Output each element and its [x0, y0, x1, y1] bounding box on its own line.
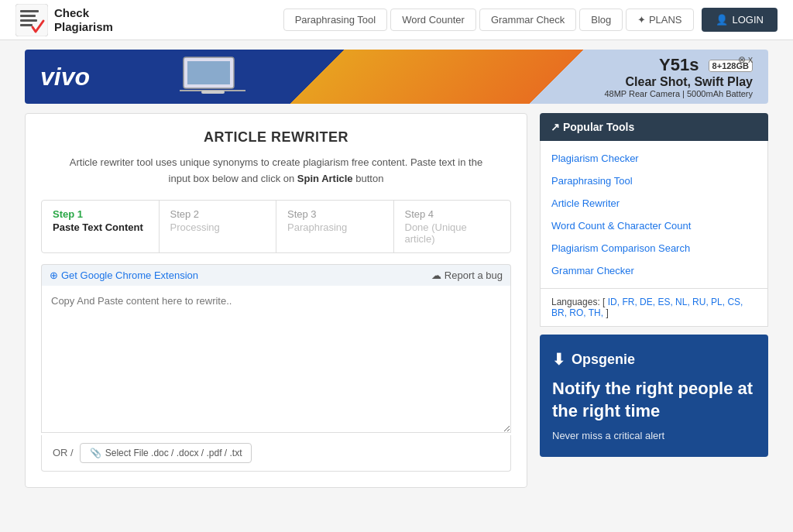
ad-model: Y51s 8+128GB — [604, 55, 753, 75]
step-3: Step 3 Paraphrasing — [276, 201, 394, 252]
logo[interactable]: Check Plagiarism — [15, 4, 113, 36]
report-bug-link[interactable]: ☁ Report a bug — [431, 269, 503, 281]
article-title: ARTICLE REWRITER — [41, 129, 511, 146]
svg-rect-2 — [20, 15, 36, 17]
tool-article-rewriter[interactable]: Article Rewriter — [541, 192, 767, 215]
down-arrow-icon: ⬇ — [552, 350, 565, 369]
ad-laptop-image — [180, 53, 245, 96]
steps-container: Step 1 Paste Text Content Step 2 Process… — [41, 200, 511, 253]
nav-links: Paraphrasing Tool Word Counter Grammar C… — [283, 8, 778, 32]
spin-article-text: Spin Article — [297, 173, 353, 184]
opsgenie-name: Opsgenie — [572, 352, 635, 368]
left-panel: ARTICLE REWRITER Article rewriter tool u… — [25, 113, 527, 488]
article-textarea[interactable] — [41, 286, 511, 433]
popular-tools-list: Plagiarism Checker Paraphrasing Tool Art… — [540, 141, 768, 289]
popular-tools-header: ↗ Popular Tools — [540, 113, 768, 141]
step-2: Step 2 Processing — [160, 201, 277, 252]
step-4-num: Step 4 — [405, 208, 500, 220]
tool-paraphrasing[interactable]: Paraphrasing Tool — [541, 170, 767, 192]
nav-grammar-check[interactable]: Grammar Check — [479, 9, 576, 31]
nav-blog[interactable]: Blog — [579, 9, 623, 31]
opsgenie-logo: ⬇ Opsgenie — [552, 350, 756, 369]
header: Check Plagiarism Paraphrasing Tool Word … — [0, 0, 793, 40]
file-select-button[interactable]: 📎 Select File .doc / .docx / .pdf / .txt — [80, 443, 252, 463]
ad-vivo-logo: vivo — [40, 63, 90, 91]
step-1-label: Paste Text Content — [53, 221, 148, 233]
logo-text: Check Plagiarism — [54, 6, 113, 34]
svg-rect-3 — [20, 19, 37, 22]
ad-headline: Notify the right people at the right tim… — [552, 378, 756, 422]
step-2-num: Step 2 — [170, 208, 266, 220]
ad-subtext-sidebar: Never miss a critical alert — [552, 430, 756, 441]
login-button[interactable]: 👤 LOGIN — [702, 8, 778, 32]
step-3-label: Paraphrasing — [287, 221, 383, 233]
sidebar-ad-box: ⬇ Opsgenie Notify the right people at th… — [540, 335, 768, 457]
logo-icon — [15, 4, 48, 36]
svg-rect-8 — [201, 91, 225, 94]
ad-close-button[interactable]: ⊗ x — [738, 54, 753, 65]
ad-tagline: Clear Shot, Swift Play — [604, 75, 753, 89]
right-panel: ↗ Popular Tools Plagiarism Checker Parap… — [540, 113, 768, 488]
main-container: ARTICLE REWRITER Article rewriter tool u… — [17, 113, 776, 488]
ad-banner: vivo Y51s 8+128GB Clear Shot, Swift Play… — [25, 50, 768, 104]
chrome-extension-link[interactable]: ⊕ Get Google Chrome Extension — [50, 269, 198, 281]
ad-subtext: 48MP Rear Camera | 5000mAh Battery — [604, 89, 753, 98]
or-label: OR / — [53, 447, 74, 458]
article-description: Article rewriter tool uses unique synony… — [41, 155, 511, 187]
ad-text-right: Y51s 8+128GB Clear Shot, Swift Play 48MP… — [604, 55, 753, 98]
step-1: Step 1 Paste Text Content — [42, 201, 160, 252]
nav-word-counter[interactable]: Word Counter — [390, 9, 476, 31]
nav-plans[interactable]: ✦ PLANS — [626, 9, 693, 31]
tool-plagiarism-comparison[interactable]: Plagiarism Comparison Search — [541, 237, 767, 259]
person-icon: 👤 — [716, 14, 728, 26]
editor-toolbar: ⊕ Get Google Chrome Extension ☁ Report a… — [41, 264, 511, 286]
step-2-label: Processing — [170, 221, 266, 233]
tool-word-count[interactable]: Word Count & Character Count — [541, 215, 767, 237]
file-section: OR / 📎 Select File .doc / .docx / .pdf /… — [41, 435, 511, 472]
paperclip-icon: 📎 — [90, 448, 101, 458]
nav-paraphrasing[interactable]: Paraphrasing Tool — [283, 9, 388, 31]
tool-plagiarism-checker[interactable]: Plagiarism Checker — [541, 147, 767, 170]
svg-rect-6 — [187, 61, 230, 84]
step-4: Step 4 Done (Unique article) — [394, 201, 511, 252]
svg-rect-1 — [20, 10, 39, 12]
languages-section: Languages: [ ID, FR, DE, ES, NL, RU, PL,… — [540, 289, 768, 327]
tool-grammar-checker[interactable]: Grammar Checker — [541, 259, 767, 282]
step-3-num: Step 3 — [287, 208, 383, 220]
step-4-label: Done (Unique article) — [405, 221, 500, 245]
step-1-num: Step 1 — [53, 208, 148, 220]
svg-rect-4 — [20, 24, 33, 26]
chrome-icon: ⊕ — [50, 269, 58, 281]
